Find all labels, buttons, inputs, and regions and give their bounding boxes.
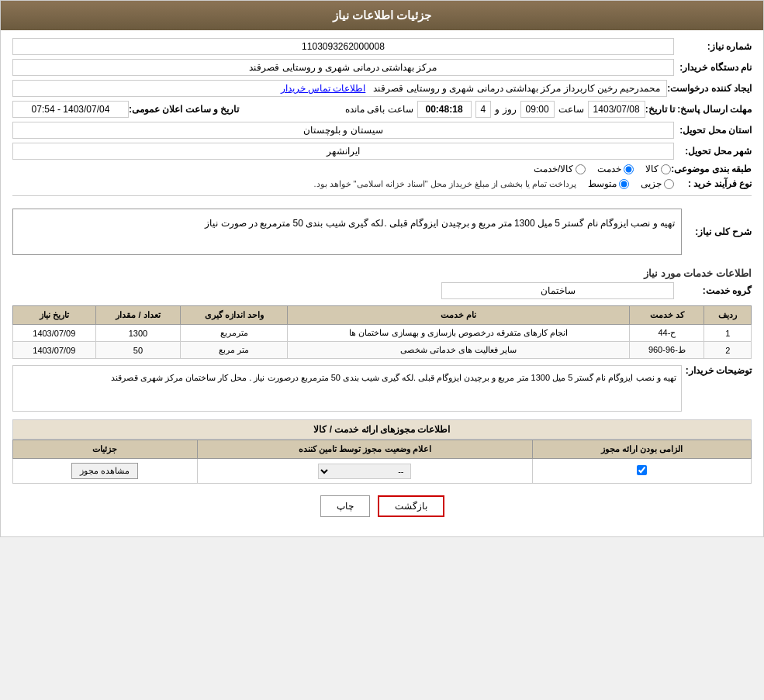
buyer-org-label: نام دستگاه خریدار: xyxy=(674,62,752,73)
province-value: سیستان و بلوچستان xyxy=(12,122,674,139)
page-wrapper: جزئیات اطلاعات نیاز شماره نیاز: 11030932… xyxy=(0,0,764,537)
buyer-org-value: مرکز بهداشتی درمانی شهری و روستایی قصرقن… xyxy=(12,59,674,76)
radio-motavaset[interactable] xyxy=(619,179,629,189)
cell-code: ط-96-960 xyxy=(630,342,704,359)
table-row: 1 ح-44 انجام کارهای متفرقه درخصوص بازساز… xyxy=(13,325,752,342)
license-status-select[interactable]: -- xyxy=(318,464,411,479)
licenses-title: اطلاعات مجوزهای ارائه خدمت / کالا xyxy=(12,419,752,440)
services-table-body: 1 ح-44 انجام کارهای متفرقه درخصوص بازساز… xyxy=(13,325,752,359)
deadline-time: 09:00 xyxy=(520,101,555,118)
process-row: نوع فرآیند خرید : جزیی متوسط پرداخت تمام… xyxy=(12,178,752,189)
lth-required: الزامی بودن ارائه مجوز xyxy=(533,440,752,459)
radio-motavaset-label: متوسط xyxy=(588,178,617,189)
services-table-header-row: ردیف کد خدمت نام خدمت واحد اندازه گیری ت… xyxy=(13,306,752,325)
deadline-label: مهلت ارسال پاسخ: تا تاریخ: xyxy=(645,104,752,115)
content-area: شماره نیاز: 1103093262000008 نام دستگاه … xyxy=(1,30,763,536)
buyer-notes-value: تهیه و نصب ایزوگام نام گستر 5 میل 1300 م… xyxy=(12,365,682,412)
licenses-table: الزامی بودن ارائه مجوز اعلام وضعیت مجوز … xyxy=(12,440,752,484)
announce-label: تاریخ و ساعت اعلان عمومی: xyxy=(129,104,239,115)
deadline-remaining-label: ساعت باقی مانده xyxy=(345,104,413,115)
contact-link[interactable]: اطلاعات تماس خریدار xyxy=(281,83,366,94)
radio-khedmat[interactable] xyxy=(624,164,634,174)
lth-details: جزئیات xyxy=(13,440,198,459)
service-group-value: ساختمان xyxy=(441,282,674,299)
buyer-notes-row: توضیحات خریدار: تهیه و نصب ایزوگام نام گ… xyxy=(12,365,752,412)
cell-name: سایر فعالیت های خدماتی شخصی xyxy=(287,342,629,359)
lth-status: اعلام وضعیت مجوز توسط تامین کننده xyxy=(197,440,532,459)
city-row: شهر محل تحویل: ایرانشهر xyxy=(12,143,752,160)
need-number-value: 1103093262000008 xyxy=(12,38,674,55)
th-name: نام خدمت xyxy=(287,306,629,325)
category-radios: کالا خدمت کالا/خدمت xyxy=(12,164,671,174)
th-date: تاریخ نیاز xyxy=(13,306,96,325)
creator-value-box: محمدرحیم رخین کاربرداز مرکز بهداشتی درما… xyxy=(12,80,667,97)
license-status-cell: -- xyxy=(197,459,532,484)
deadline-row: مهلت ارسال پاسخ: تا تاریخ: 1403/07/08 سا… xyxy=(12,101,752,118)
page-title: جزئیات اطلاعات نیاز xyxy=(333,9,431,22)
radio-kala[interactable] xyxy=(661,164,671,174)
general-desc-value: تهیه و نصب ایزوگام نام گستر 5 میل 1300 م… xyxy=(12,209,682,255)
licenses-header-row: الزامی بودن ارائه مجوز اعلام وضعیت مجوز … xyxy=(13,440,752,459)
deadline-days-label: روز و xyxy=(495,104,516,115)
service-group-row: گروه خدمت: ساختمان xyxy=(12,282,752,299)
page-header: جزئیات اطلاعات نیاز xyxy=(1,1,763,30)
services-table-head: ردیف کد خدمت نام خدمت واحد اندازه گیری ت… xyxy=(13,306,752,325)
th-qty: تعداد / مقدار xyxy=(95,306,181,325)
cell-unit: مترمربع xyxy=(181,325,288,342)
licenses-section: اطلاعات مجوزهای ارائه خدمت / کالا الزامی… xyxy=(12,419,752,484)
license-required-cell xyxy=(533,459,752,484)
radio-jozvi[interactable] xyxy=(664,179,674,189)
radio-kala-item: کالا xyxy=(645,164,671,174)
print-button[interactable]: چاپ xyxy=(320,495,370,517)
cell-date: 1403/07/09 xyxy=(13,342,96,359)
license-view-button[interactable]: مشاهده مجوز xyxy=(71,463,138,479)
cell-row: 2 xyxy=(704,342,752,359)
license-required-checkbox[interactable] xyxy=(637,465,647,475)
divider-1 xyxy=(12,195,752,196)
licenses-table-head: الزامی بودن ارائه مجوز اعلام وضعیت مجوز … xyxy=(13,440,752,459)
deadline-row-inner: 1403/07/08 ساعت 09:00 روز و 4 00:48:18 س… xyxy=(247,101,645,118)
creator-value: محمدرحیم رخین کاربرداز مرکز بهداشتی درما… xyxy=(373,83,660,94)
license-details-cell: مشاهده مجوز xyxy=(13,459,198,484)
radio-kala-khedmat[interactable] xyxy=(576,164,586,174)
need-number-label: شماره نیاز: xyxy=(674,41,752,52)
general-desc-row: شرح کلی نیاز: تهیه و نصب ایزوگام نام گست… xyxy=(12,202,752,261)
process-inner: جزیی متوسط پرداخت تمام یا بخشی از مبلغ خ… xyxy=(12,178,674,189)
footer-buttons: بازگشت چاپ xyxy=(12,484,752,529)
table-row: 2 ط-96-960 سایر فعالیت های خدماتی شخصی م… xyxy=(13,342,752,359)
licenses-table-body: -- مشاهده مجوز xyxy=(13,459,752,484)
radio-kala-khedmat-item: کالا/خدمت xyxy=(534,164,586,174)
deadline-days: 4 xyxy=(475,101,492,118)
deadline-time-label: ساعت xyxy=(558,104,584,115)
services-section-label: اطلاعات خدمات مورد نیاز xyxy=(12,267,752,279)
back-button[interactable]: بازگشت xyxy=(378,495,444,517)
deadline-date: 1403/07/08 xyxy=(588,101,645,118)
radio-jozvi-label: جزیی xyxy=(641,178,662,189)
process-label: نوع فرآیند خرید : xyxy=(674,178,752,189)
province-label: استان محل تحویل: xyxy=(674,125,752,136)
service-group-label: گروه خدمت: xyxy=(674,285,752,296)
radio-jozvi-item: جزیی xyxy=(641,178,674,189)
category-label: طبقه بندی موضوعی: xyxy=(671,164,752,174)
cell-date: 1403/07/09 xyxy=(13,325,96,342)
cell-qty: 50 xyxy=(95,342,181,359)
th-row: ردیف xyxy=(704,306,752,325)
city-value: ایرانشهر xyxy=(12,143,674,160)
announce-value: 1403/07/04 - 07:54 xyxy=(12,101,129,118)
cell-qty: 1300 xyxy=(95,325,181,342)
th-unit: واحد اندازه گیری xyxy=(181,306,288,325)
cell-row: 1 xyxy=(704,325,752,342)
cell-name: انجام کارهای متفرقه درخصوص بازسازی و بهس… xyxy=(287,325,629,342)
buyer-notes-label: توضیحات خریدار: xyxy=(686,365,752,412)
th-code: کد خدمت xyxy=(630,306,704,325)
city-label: شهر محل تحویل: xyxy=(674,146,752,157)
license-row-1: -- مشاهده مجوز xyxy=(13,459,752,484)
radio-kala-khedmat-label: کالا/خدمت xyxy=(534,164,573,174)
general-desc-label: شرح کلی نیاز: xyxy=(682,226,752,237)
need-number-row: شماره نیاز: 1103093262000008 xyxy=(12,38,752,55)
cell-code: ح-44 xyxy=(630,325,704,342)
radio-khedmat-item: خدمت xyxy=(597,164,634,174)
radio-motavaset-item: متوسط xyxy=(588,178,629,189)
deadline-remaining: 00:48:18 xyxy=(417,101,472,118)
cell-unit: متر مربع xyxy=(181,342,288,359)
